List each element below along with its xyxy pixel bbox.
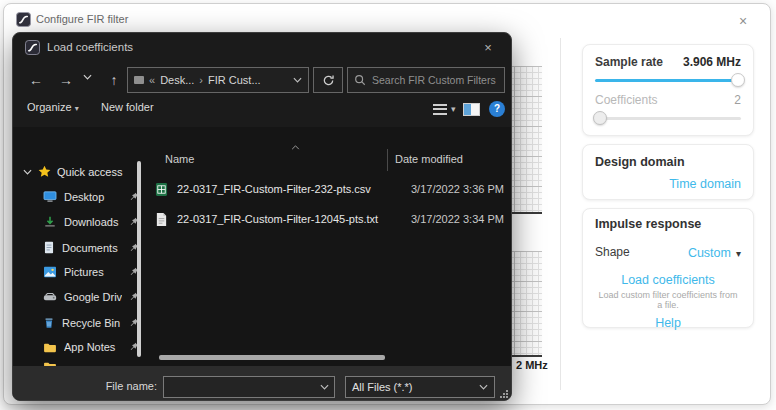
file-name-label: File name: (13, 380, 157, 392)
folder-icon (134, 76, 144, 84)
configure-fir-filter-window: Configure FIR filter × 2 MHz Sample rate… (3, 3, 771, 405)
sidebar-scrollbar[interactable] (137, 161, 141, 357)
dialog-app-icon (25, 40, 40, 55)
recent-locations-chevron-icon[interactable] (83, 69, 105, 91)
breadcrumb-fir-custom[interactable]: FIR Cust... (208, 74, 261, 86)
sample-rate-slider[interactable] (595, 73, 741, 87)
preview-pane-icon[interactable] (463, 103, 480, 116)
sample-rate-value: 3.906 MHz (683, 55, 741, 69)
panel-divider (560, 38, 561, 390)
load-coefficients-link[interactable]: Load coefficients (595, 273, 741, 287)
dialog-content: Quick access Desktop Downloads Documents (13, 127, 512, 366)
sidebar-item-documents[interactable]: Documents (43, 241, 139, 254)
file-list: Name Date modified 22-0317_FIR-Custom-Fi… (145, 127, 512, 366)
back-button[interactable]: ← (25, 69, 47, 91)
search-box[interactable] (347, 67, 505, 93)
sidebar-item-pictures[interactable]: Pictures (43, 266, 139, 278)
file-row-txt[interactable]: 22-0317_FIR-Custom-Filter-12045-pts.txt … (153, 207, 505, 231)
view-options-caret-icon[interactable]: ▾ (451, 104, 456, 114)
coefficients-value: 2 (734, 93, 741, 107)
dialog-close-icon[interactable]: × (479, 39, 497, 57)
forward-button[interactable]: → (55, 69, 77, 91)
dialog-title: Load coefficients (47, 41, 133, 53)
new-folder-button[interactable]: New folder (101, 101, 154, 113)
navigation-pane: Quick access Desktop Downloads Documents (13, 127, 145, 366)
help-icon[interactable]: ? (489, 101, 505, 117)
load-coefficients-caption: Load custom filter coefficients from a f… (595, 290, 741, 310)
plot-axis-tick-label: 2 MHz (516, 359, 548, 371)
csv-file-icon (155, 182, 169, 197)
design-domain-card: Design domain Time domain (582, 144, 754, 200)
star-icon (38, 165, 51, 178)
sort-ascending-icon (291, 145, 300, 150)
downloads-icon (43, 216, 57, 228)
load-coefficients-dialog: Load coefficients × ← → ↑ « Desk... › FI… (12, 32, 512, 401)
sidebar-item-app-notes[interactable]: App Notes (43, 341, 139, 353)
google-drive-icon (43, 292, 57, 303)
app-icon (16, 12, 31, 27)
sample-rate-slider-track (595, 79, 741, 82)
sidebar-item-desktop[interactable]: Desktop (43, 191, 139, 203)
sidebar-item-quick-access[interactable]: Quick access (23, 165, 122, 178)
desktop-icon (43, 191, 57, 203)
impulse-response-title: Impulse response (595, 217, 741, 231)
coefficients-slider-track (595, 117, 741, 120)
breadcrumb-collapse[interactable]: « (149, 74, 155, 86)
folder-icon (43, 342, 57, 353)
file-name-combobox[interactable] (163, 376, 335, 398)
column-header-name[interactable]: Name (165, 153, 194, 165)
file-name-input[interactable] (169, 381, 320, 393)
impulse-response-card: Impulse response Shape Custom▾ Load coef… (582, 208, 754, 328)
pictures-icon (43, 266, 57, 278)
file-type-dropdown[interactable]: All Files (*.*) (345, 376, 495, 398)
design-domain-title: Design domain (595, 155, 741, 169)
refresh-button[interactable] (313, 67, 343, 93)
window-close-icon[interactable]: × (734, 12, 752, 30)
column-header-date-modified[interactable]: Date modified (395, 153, 463, 165)
sidebar-item-recycle-bin[interactable]: Recycle Bin (43, 316, 139, 329)
txt-file-icon (155, 212, 169, 227)
search-input[interactable] (372, 74, 498, 86)
sample-rate-label: Sample rate (595, 55, 663, 69)
sample-rate-slider-thumb[interactable] (731, 73, 745, 87)
file-name-dropdown-chevron-icon (320, 384, 329, 390)
shape-caret-icon: ▾ (736, 248, 741, 259)
breadcrumb-desktop[interactable]: Desk... (160, 74, 194, 86)
sidebar-item-downloads[interactable]: Downloads (43, 216, 139, 228)
details-view-icon[interactable] (433, 104, 447, 116)
window-title: Configure FIR filter (36, 13, 128, 25)
sample-rate-card: Sample rate 3.906 MHz Coefficients 2 (582, 44, 754, 136)
breadcrumb-separator-icon: › (199, 74, 203, 86)
documents-icon (43, 241, 55, 254)
shape-dropdown[interactable]: Custom▾ (688, 243, 741, 261)
coefficients-label: Coefficients (595, 93, 657, 107)
coefficients-slider-thumb[interactable] (593, 111, 607, 125)
recycle-bin-icon (43, 316, 55, 329)
file-type-dropdown-chevron-icon (479, 384, 488, 390)
resize-grip[interactable] (500, 390, 508, 398)
horizontal-scrollbar[interactable] (159, 355, 385, 360)
sidebar-item-google-drive[interactable]: Google Driv (43, 291, 139, 303)
help-link[interactable]: Help (595, 316, 741, 330)
address-bar[interactable]: « Desk... › FIR Cust... (127, 67, 309, 93)
search-icon (354, 74, 366, 86)
shape-label: Shape (595, 245, 630, 259)
column-divider[interactable] (387, 149, 388, 171)
time-domain-link[interactable]: Time domain (595, 177, 741, 191)
refresh-icon (322, 74, 335, 87)
expand-chevron-icon (23, 169, 32, 175)
up-button[interactable]: ↑ (103, 69, 125, 91)
file-row-csv[interactable]: 22-0317_FIR-Custom-Filter-232-pts.csv 3/… (153, 177, 505, 201)
organize-menu[interactable]: Organize ▾ (27, 101, 79, 113)
address-dropdown-chevron-icon[interactable] (293, 77, 302, 83)
coefficients-slider[interactable] (595, 111, 741, 125)
shape-value[interactable]: Custom (688, 246, 731, 260)
organize-caret-icon: ▾ (75, 104, 79, 113)
